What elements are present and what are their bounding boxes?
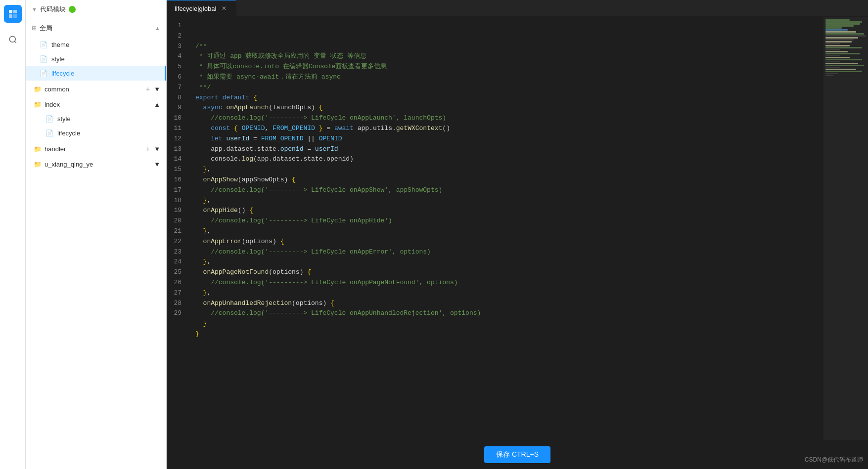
file-icon: 📄 (46, 129, 53, 137)
code-line: /** (195, 42, 823, 52)
chevron-down-icon: ▼ (154, 161, 160, 168)
code-line: **/ (195, 83, 823, 93)
section-handler-header[interactable]: 📁 handler + ▼ (26, 140, 166, 157)
folder-icon: 📁 (34, 161, 42, 168)
section-global-header[interactable]: ⊞ 全局 ▲ (26, 19, 166, 38)
line-num: 10 (167, 113, 187, 124)
line-num: 17 (167, 185, 187, 196)
tab-label: lifecycle|global (175, 5, 216, 12)
code-line: app.dataset.state.openid = userId (195, 144, 823, 155)
sidebar-item-lifecycle-index-label: lifecycle (57, 129, 80, 137)
line-num: 25 (167, 267, 187, 278)
status-badge (69, 6, 76, 13)
line-num: 19 (167, 206, 187, 216)
section-common-header[interactable]: 📁 common + ▼ (26, 81, 166, 97)
code-line: }, (195, 257, 823, 267)
line-num: 24 (167, 257, 187, 267)
svg-rect-3 (13, 14, 17, 18)
chevron-up-icon: ▲ (155, 25, 160, 31)
section-u-label: u_xiang_qing_ye (45, 161, 93, 168)
section-global-label: 全局 (40, 24, 52, 33)
tab-bar: lifecycle|global ✕ (167, 0, 868, 17)
main-editor: lifecycle|global ✕ 1 2 3 4 5 6 7 8 9 10 … (167, 0, 868, 469)
line-num: 13 (167, 144, 187, 155)
code-line: onAppPageNotFound(options) { (195, 267, 823, 278)
line-num: 28 (167, 298, 187, 309)
line-num: 20 (167, 216, 187, 226)
sidebar-item-lifecycle-global[interactable]: 📄 lifecycle (26, 66, 166, 81)
line-num: 3 (167, 42, 187, 52)
app-logo[interactable] (4, 5, 22, 23)
search-icon[interactable] (4, 31, 22, 48)
sidebar-item-lifecycle-label: lifecycle (51, 70, 74, 77)
line-num: 5 (167, 62, 187, 72)
code-line: onAppHide() { (195, 206, 823, 216)
section-index-label: index (45, 101, 60, 108)
line-numbers: 1 2 3 4 5 6 7 8 9 10 11 12 13 14 15 16 1… (167, 17, 191, 440)
tab-close-icon[interactable]: ✕ (220, 4, 228, 12)
sidebar: ▼ 代码模块 ⊞ 全局 ▲ 📄 theme 📄 style 📄 lifecycl… (26, 0, 167, 469)
line-num: 7 (167, 83, 187, 93)
icon-bar (0, 0, 26, 469)
code-line: onAppShow(appShowOpts) { (195, 175, 823, 185)
line-num: 18 (167, 196, 187, 206)
code-line: //console.log('---------> LifeCycle onAp… (195, 113, 823, 124)
sidebar-item-style-label: style (51, 55, 65, 63)
section-handler-label: handler (45, 145, 66, 153)
code-line: async onAppLaunch(launchOpts) { (195, 103, 823, 113)
code-line: } (195, 319, 823, 329)
file-icon: 📄 (40, 70, 47, 77)
line-num: 21 (167, 226, 187, 237)
file-icon: 📄 (40, 41, 47, 48)
module-title: 代码模块 (40, 5, 66, 14)
line-num: 9 (167, 103, 187, 113)
svg-rect-0 (9, 10, 12, 13)
line-num: 26 (167, 278, 187, 288)
svg-line-5 (14, 41, 16, 43)
svg-point-4 (9, 36, 15, 42)
line-num: 6 (167, 72, 187, 83)
folder-icon: 📁 (34, 145, 42, 153)
file-icon: 📄 (40, 55, 47, 63)
code-line: onAppError(options) { (195, 237, 823, 247)
line-num: 4 (167, 51, 187, 62)
sidebar-item-lifecycle-index[interactable]: 📄 lifecycle (26, 126, 166, 140)
folder-icon: 📁 (34, 85, 42, 93)
chevron-down-icon: ▼ (154, 145, 160, 153)
code-line: }, (195, 226, 823, 237)
watermark: CSDN@低代码布道师 (805, 456, 863, 464)
save-button[interactable]: 保存 CTRL+S (484, 446, 550, 463)
bottom-bar: 保存 CTRL+S (167, 440, 868, 469)
line-num: 29 (167, 308, 187, 319)
add-common-button[interactable]: + (144, 84, 152, 94)
code-line: * 如果需要 async-await，请在方法前 async (195, 72, 823, 83)
sidebar-item-theme[interactable]: 📄 theme (26, 38, 166, 52)
code-line: //console.log('---------> LifeCycle onAp… (195, 185, 823, 196)
code-editor[interactable]: 1 2 3 4 5 6 7 8 9 10 11 12 13 14 15 16 1… (167, 17, 868, 440)
svg-rect-1 (13, 10, 17, 13)
line-num: 22 (167, 237, 187, 247)
code-line: * 具体可以console.info 在编辑器Console面板查看更多信息 (195, 62, 823, 72)
tab-lifecycle-global[interactable]: lifecycle|global ✕ (167, 0, 236, 16)
section-u-header[interactable]: 📁 u_xiang_qing_ye ▼ (26, 157, 166, 171)
code-line: }, (195, 196, 823, 206)
watermark-text: CSDN@低代码布道师 (805, 456, 863, 464)
sidebar-item-style-global[interactable]: 📄 style (26, 52, 166, 66)
line-num: 8 (167, 93, 187, 103)
code-line: * 可通过 app 获取或修改全局应用的 变量 状态 等信息 (195, 51, 823, 62)
module-header[interactable]: ▼ 代码模块 (26, 0, 166, 19)
code-line: onAppUnhandledRejection(options) { (195, 298, 823, 309)
add-handler-button[interactable]: + (144, 144, 152, 154)
line-num: 15 (167, 165, 187, 175)
sidebar-item-style-index[interactable]: 📄 style (26, 112, 166, 126)
svg-rect-2 (9, 14, 12, 18)
code-line: console.log(app.dataset.state.openid) (195, 154, 823, 165)
line-num: 1 (167, 21, 187, 31)
chevron-up-icon: ▲ (154, 101, 160, 108)
line-num: 14 (167, 154, 187, 165)
code-lines[interactable]: /** * 可通过 app 获取或修改全局应用的 变量 状态 等信息 * 具体可… (191, 17, 823, 440)
folder-icon: 📁 (34, 101, 42, 108)
code-line: }, (195, 165, 823, 175)
section-index-header[interactable]: 📁 index ▲ (26, 97, 166, 112)
line-num: 12 (167, 134, 187, 144)
